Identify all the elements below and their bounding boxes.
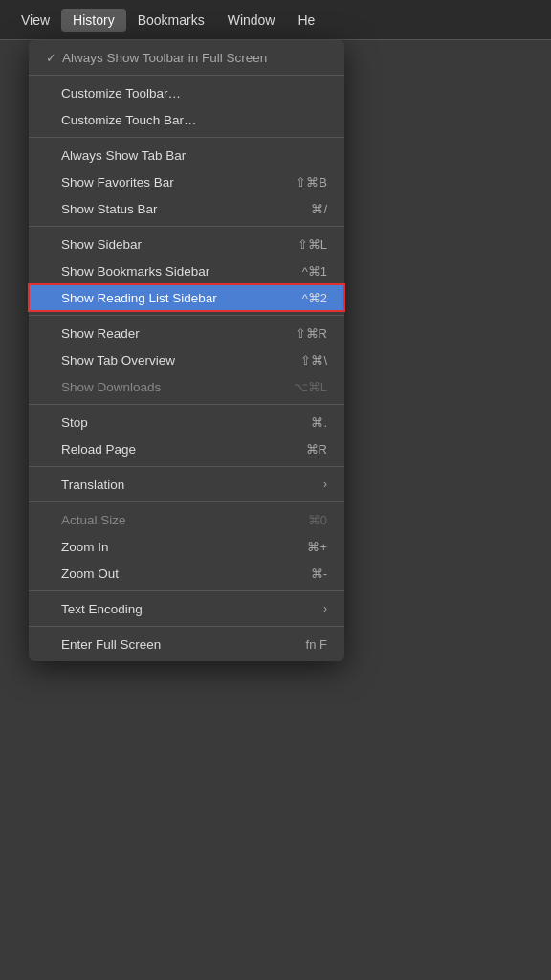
menu-item-stop[interactable]: Stop ⌘. xyxy=(29,409,344,435)
shortcut-text: ⌘. xyxy=(311,415,327,430)
menu-item-translation[interactable]: Translation › xyxy=(29,471,344,498)
menu-item-label-text: Enter Full Screen xyxy=(61,637,161,652)
menu-item-label-text: Show Reading List Sidebar xyxy=(61,291,217,305)
menu-item-label-text: Show Bookmarks Sidebar xyxy=(61,264,209,278)
view-menu-dropdown: ✓ Always Show Toolbar in Full Screen Cus… xyxy=(29,40,344,661)
menu-item-actual-size[interactable]: Actual Size ⌘0 xyxy=(29,506,344,533)
separator-9 xyxy=(29,626,344,627)
menu-item-label-text: Zoom Out xyxy=(61,567,119,581)
shortcut-text: ⌘+ xyxy=(307,540,327,554)
menu-window[interactable]: Window xyxy=(216,9,287,32)
menu-item-label-text: Show Status Bar xyxy=(61,202,158,216)
menu-item-label-text: Reload Page xyxy=(61,442,136,457)
menu-item-zoom-in[interactable]: Zoom In ⌘+ xyxy=(29,533,344,560)
shortcut-text: ⇧⌘\ xyxy=(300,353,327,368)
separator-1 xyxy=(29,75,344,76)
menu-item-customize-touch-bar[interactable]: Customize Touch Bar… xyxy=(29,106,344,133)
menu-item-zoom-out[interactable]: Zoom Out ⌘- xyxy=(29,560,344,587)
menu-help[interactable]: He xyxy=(286,9,326,32)
menu-item-label-text: Show Favorites Bar xyxy=(61,175,174,189)
menu-bookmarks[interactable]: Bookmarks xyxy=(126,9,216,32)
submenu-arrow-icon: › xyxy=(323,478,327,491)
separator-2 xyxy=(29,137,344,138)
menu-view[interactable]: View xyxy=(10,9,61,32)
shortcut-text: ⌘/ xyxy=(311,202,327,216)
menu-item-enter-full-screen[interactable]: Enter Full Screen fn F xyxy=(29,631,344,657)
menu-item-label-text: Show Reader xyxy=(61,326,140,341)
shortcut-text: ⌥⌘L xyxy=(294,380,327,394)
menu-item-show-reader[interactable]: Show Reader ⇧⌘R xyxy=(29,320,344,346)
menu-item-label-text: Show Downloads xyxy=(61,380,161,394)
menu-item-label-text: Customize Toolbar… xyxy=(61,86,181,100)
menu-item-label-text: Stop xyxy=(61,415,88,430)
shortcut-text: ^⌘1 xyxy=(302,264,327,278)
submenu-arrow-icon: › xyxy=(323,602,327,615)
menu-item-customize-toolbar[interactable]: Customize Toolbar… xyxy=(29,79,344,106)
menu-item-show-bookmarks-sidebar[interactable]: Show Bookmarks Sidebar ^⌘1 xyxy=(29,257,344,284)
menu-item-label-text: Actual Size xyxy=(61,513,126,527)
menu-item-always-show-toolbar[interactable]: ✓ Always Show Toolbar in Full Screen xyxy=(29,44,344,71)
menu-bar: View History Bookmarks Window He xyxy=(0,0,551,40)
menu-item-label-text: Always Show Tab Bar xyxy=(61,148,186,163)
shortcut-text: ⇧⌘L xyxy=(298,237,327,252)
menu-item-show-status-bar[interactable]: Show Status Bar ⌘/ xyxy=(29,195,344,222)
separator-7 xyxy=(29,501,344,502)
menu-item-reload-page[interactable]: Reload Page ⌘R xyxy=(29,435,344,462)
separator-4 xyxy=(29,315,344,316)
shortcut-text: ⌘- xyxy=(311,567,327,581)
menu-item-label-text: Show Tab Overview xyxy=(61,353,175,368)
shortcut-text: ⇧⌘B xyxy=(296,175,327,189)
shortcut-text: ⇧⌘R xyxy=(296,326,327,341)
menu-item-label-text: Text Encoding xyxy=(61,602,143,616)
menu-item-show-favorites-bar[interactable]: Show Favorites Bar ⇧⌘B xyxy=(29,168,344,195)
separator-5 xyxy=(29,404,344,405)
menu-item-show-reading-list-sidebar[interactable]: Show Reading List Sidebar ^⌘2 xyxy=(29,284,344,311)
menu-item-label-text: Zoom In xyxy=(61,540,109,554)
shortcut-text: ⌘R xyxy=(306,442,327,457)
menu-item-label-text: Translation xyxy=(61,478,124,492)
separator-8 xyxy=(29,590,344,591)
menu-item-show-sidebar[interactable]: Show Sidebar ⇧⌘L xyxy=(29,231,344,257)
separator-3 xyxy=(29,226,344,227)
menu-item-label-text: Customize Touch Bar… xyxy=(61,113,197,127)
menu-history[interactable]: History xyxy=(61,9,126,32)
shortcut-text: fn F xyxy=(306,637,327,652)
checkmark-icon: ✓ xyxy=(46,51,56,65)
menu-item-text-encoding[interactable]: Text Encoding › xyxy=(29,595,344,622)
shortcut-text: ^⌘2 xyxy=(302,291,327,305)
menu-item-label-text: Always Show Toolbar in Full Screen xyxy=(62,51,267,65)
separator-6 xyxy=(29,466,344,467)
menu-item-show-downloads[interactable]: Show Downloads ⌥⌘L xyxy=(29,373,344,400)
shortcut-text: ⌘0 xyxy=(308,513,327,527)
menu-item-always-show-tab-bar[interactable]: Always Show Tab Bar xyxy=(29,142,344,168)
menu-item-show-tab-overview[interactable]: Show Tab Overview ⇧⌘\ xyxy=(29,346,344,373)
menu-item-label-text: Show Sidebar xyxy=(61,237,142,252)
